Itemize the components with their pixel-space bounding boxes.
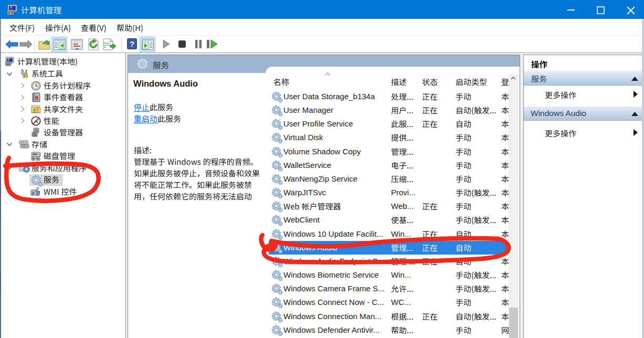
svg-text:?: ? <box>130 39 134 48</box>
